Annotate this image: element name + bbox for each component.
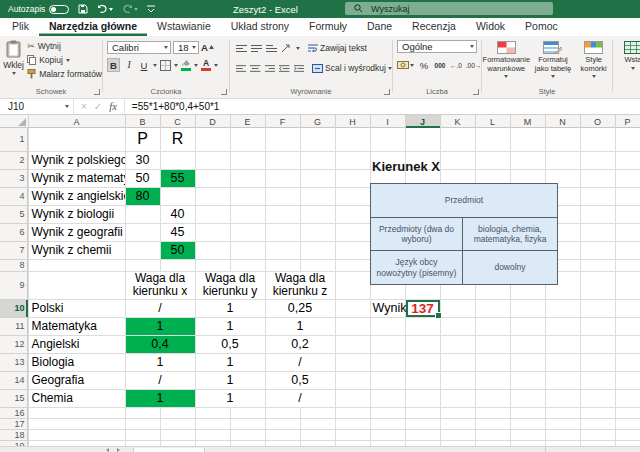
borders-dropdown-icon[interactable] [174, 64, 178, 67]
col-header-j-selected[interactable]: J [405, 115, 440, 128]
cell[interactable] [545, 335, 580, 353]
align-center-icon[interactable] [250, 64, 260, 73]
fill-color-button[interactable] [181, 59, 191, 71]
cell[interactable]: 0,2 [265, 335, 335, 353]
cell-b2-value[interactable]: 30 [125, 151, 160, 169]
align-top-icon[interactable] [236, 44, 247, 53]
cell[interactable] [615, 223, 640, 241]
cell[interactable]: 1 [125, 353, 195, 371]
percent-format-button[interactable]: % [418, 58, 430, 72]
cell-b3-value[interactable]: 50 [125, 169, 160, 187]
cell[interactable] [510, 371, 545, 389]
cell[interactable] [335, 335, 370, 353]
cell[interactable] [265, 259, 300, 271]
cell-a6-label[interactable]: Wynik z geografii [28, 223, 125, 241]
cell[interactable] [615, 299, 640, 317]
cell[interactable] [230, 169, 265, 187]
cell[interactable] [370, 389, 405, 407]
autosave-toggle[interactable]: Autozapis [8, 4, 69, 14]
number-dialog-launcher[interactable] [473, 89, 479, 95]
active-sheet-tab[interactable] [133, 448, 205, 452]
row-header-3[interactable]: 3 [0, 169, 28, 187]
cell[interactable] [335, 353, 370, 371]
paste-button[interactable]: Wklej [0, 36, 27, 81]
cell[interactable]: 0,25 [265, 299, 335, 317]
cell[interactable]: 0,5 [265, 371, 335, 389]
cell[interactable] [300, 169, 335, 187]
cell[interactable] [440, 335, 475, 353]
cell-a2-label[interactable]: Wynik z polskiego [28, 151, 125, 169]
font-color-button[interactable]: A [201, 59, 211, 71]
borders-icon[interactable] [160, 60, 171, 71]
row-header-1[interactable]: 1 [0, 128, 28, 151]
cell[interactable] [510, 418, 545, 429]
cell[interactable] [230, 241, 265, 259]
merge-center-button[interactable]: Scal i wyśrodkuj [312, 61, 392, 75]
cell[interactable] [160, 151, 195, 169]
insert-cells-button[interactable]: Wsta [613, 36, 640, 98]
cell[interactable] [545, 353, 580, 371]
cell[interactable] [160, 407, 195, 418]
cell[interactable] [615, 429, 640, 440]
cell[interactable] [370, 407, 405, 418]
col-header-i[interactable]: I [370, 115, 405, 128]
cell[interactable] [580, 271, 615, 299]
cell[interactable]: / [265, 353, 335, 371]
copy-button[interactable]: Kopiuj [27, 53, 102, 67]
cell[interactable] [300, 418, 335, 429]
cell[interactable] [230, 418, 265, 429]
row-header-12[interactable]: 12 [0, 335, 28, 353]
col-header-k[interactable]: K [440, 115, 475, 128]
tab-pomoc[interactable]: Pomoc [515, 19, 568, 36]
quick-access-menu-icon[interactable] [147, 5, 155, 13]
cell[interactable] [335, 259, 370, 271]
row-header-9[interactable]: 9 [0, 271, 28, 299]
cell[interactable] [545, 407, 580, 418]
cell-weight-x-polski[interactable]: / [125, 299, 195, 317]
increase-indent-icon[interactable] [294, 64, 304, 73]
cell[interactable] [335, 205, 370, 223]
cell[interactable] [615, 407, 640, 418]
cell[interactable] [300, 151, 335, 169]
cell[interactable] [440, 317, 475, 335]
cell[interactable] [475, 429, 510, 440]
cell[interactable] [475, 335, 510, 353]
cell[interactable] [580, 371, 615, 389]
cell[interactable] [440, 407, 475, 418]
fill-color-dropdown-icon[interactable] [194, 64, 198, 67]
paste-dropdown-icon[interactable] [12, 72, 16, 75]
cell[interactable] [580, 187, 615, 205]
cell[interactable] [370, 317, 405, 335]
cell[interactable]: 1 [195, 389, 265, 407]
merge-dropdown-icon[interactable] [388, 67, 392, 70]
cell[interactable] [545, 418, 580, 429]
cell[interactable] [125, 259, 160, 271]
cell[interactable] [300, 187, 335, 205]
decrease-indent-icon[interactable] [279, 64, 289, 73]
cell[interactable] [475, 353, 510, 371]
cell[interactable]: / [265, 389, 335, 407]
cell[interactable] [300, 429, 335, 440]
cell[interactable] [195, 169, 230, 187]
font-color-dropdown-icon[interactable] [214, 64, 218, 67]
cell[interactable] [195, 205, 230, 223]
cell[interactable] [335, 241, 370, 259]
cell[interactable] [265, 407, 300, 418]
cell[interactable] [405, 353, 440, 371]
col-header-d[interactable]: D [195, 115, 230, 128]
cell[interactable] [440, 389, 475, 407]
cell[interactable] [580, 407, 615, 418]
cell[interactable] [405, 407, 440, 418]
cell[interactable] [265, 241, 300, 259]
cell[interactable] [510, 335, 545, 353]
cell[interactable] [580, 429, 615, 440]
cell[interactable] [160, 259, 195, 271]
underline-button[interactable]: U [138, 58, 150, 72]
cell[interactable] [195, 223, 230, 241]
cell-i10-wynik-label[interactable]: Wynik [370, 299, 405, 317]
col-header-a[interactable]: A [28, 115, 125, 128]
cell[interactable] [125, 418, 160, 429]
cell-c7-value-highlighted[interactable]: 50 [160, 241, 195, 259]
thousands-format-button[interactable]: 000 [434, 58, 446, 72]
save-icon[interactable] [78, 4, 88, 14]
